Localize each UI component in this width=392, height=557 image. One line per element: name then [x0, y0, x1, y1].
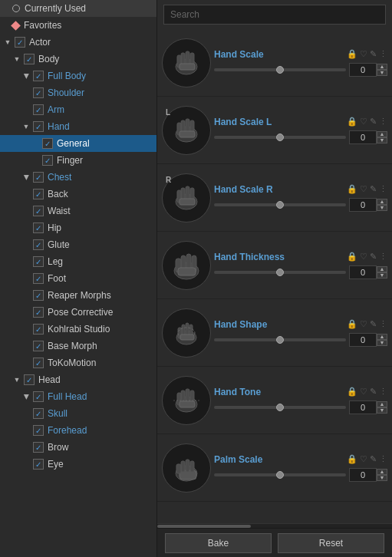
- heart-icon[interactable]: ♡: [360, 454, 367, 464]
- value-input[interactable]: [349, 198, 377, 212]
- settings-icon[interactable]: ⋮: [379, 252, 387, 262]
- spin-down-button[interactable]: ▼: [377, 205, 387, 211]
- checkbox-brow[interactable]: [33, 442, 44, 453]
- slider-handle[interactable]: [276, 404, 284, 411]
- lock-icon[interactable]: 🔒: [347, 387, 357, 397]
- settings-icon[interactable]: ⋮: [379, 184, 387, 194]
- checkbox-glute[interactable]: [33, 239, 44, 250]
- checkbox-leg[interactable]: [33, 256, 44, 267]
- edit-icon[interactable]: ✎: [370, 319, 377, 329]
- edit-icon[interactable]: ✎: [370, 387, 377, 397]
- slider-handle[interactable]: [276, 269, 284, 276]
- slider-handle[interactable]: [276, 336, 284, 344]
- checkbox-finger[interactable]: [42, 155, 53, 166]
- checkbox-eye[interactable]: [33, 459, 44, 470]
- tree-item-reaper-morphs[interactable]: Reaper Morphs: [0, 287, 156, 304]
- checkbox-hip[interactable]: [33, 222, 44, 233]
- checkbox-full-body[interactable]: [33, 71, 44, 81]
- spin-up-button[interactable]: ▲: [377, 131, 387, 137]
- checkbox-full-head[interactable]: [33, 391, 44, 402]
- tree-item-leg[interactable]: Leg: [0, 253, 156, 270]
- checkbox-base-morph[interactable]: [33, 341, 44, 351]
- tree-item-full-body[interactable]: Full Body: [0, 68, 156, 84]
- tree-item-hand[interactable]: Hand: [0, 118, 156, 135]
- checkbox-general[interactable]: [42, 138, 53, 149]
- checkbox-hand[interactable]: [33, 121, 44, 132]
- tree-item-full-head[interactable]: Full Head: [0, 388, 156, 405]
- lock-icon[interactable]: 🔒: [347, 319, 357, 329]
- checkbox-head[interactable]: [24, 374, 35, 385]
- settings-icon[interactable]: ⋮: [379, 319, 387, 329]
- heart-icon[interactable]: ♡: [360, 387, 367, 397]
- tree-item-skull[interactable]: Skull: [0, 405, 156, 422]
- edit-icon[interactable]: ✎: [370, 184, 377, 194]
- settings-icon[interactable]: ⋮: [379, 117, 387, 127]
- tree-item-currently-used[interactable]: Currently Used: [0, 0, 156, 17]
- edit-icon[interactable]: ✎: [370, 117, 377, 127]
- tree-item-kohlrabi-studio[interactable]: Kohlrabi Studio: [0, 321, 156, 338]
- checkbox-kohlrabi-studio[interactable]: [33, 324, 44, 335]
- spin-down-button[interactable]: ▼: [377, 272, 387, 278]
- tree-item-waist[interactable]: Waist: [0, 203, 156, 219]
- slider-track[interactable]: [214, 203, 346, 206]
- spin-down-button[interactable]: ▼: [377, 137, 387, 143]
- lock-icon[interactable]: 🔒: [347, 252, 357, 262]
- spin-down-button[interactable]: ▼: [377, 407, 387, 414]
- tree-item-glute[interactable]: Glute: [0, 236, 156, 253]
- slider-track[interactable]: [214, 473, 346, 476]
- settings-icon[interactable]: ⋮: [379, 454, 387, 464]
- slider-handle[interactable]: [276, 66, 284, 74]
- checkbox-skull[interactable]: [33, 408, 44, 419]
- tree-item-back[interactable]: Back: [0, 186, 156, 203]
- tree-item-chest[interactable]: Chest: [0, 169, 156, 186]
- checkbox-foot[interactable]: [33, 273, 44, 284]
- heart-icon[interactable]: ♡: [360, 49, 367, 59]
- spin-up-button[interactable]: ▲: [377, 401, 387, 407]
- tree-item-arm[interactable]: Arm: [0, 101, 156, 118]
- slider-track[interactable]: [214, 271, 346, 274]
- horizontal-scrollbar[interactable]: [157, 523, 392, 528]
- spin-up-button[interactable]: ▲: [377, 469, 387, 475]
- checkbox-chest[interactable]: [33, 172, 44, 183]
- slider-handle[interactable]: [276, 133, 284, 141]
- heart-icon[interactable]: ♡: [360, 252, 367, 262]
- lock-icon[interactable]: 🔒: [347, 184, 357, 194]
- tree-item-forehead[interactable]: Forehead: [0, 422, 156, 439]
- tree-item-pose-corrective[interactable]: Pose Corrective: [0, 304, 156, 321]
- tree-item-foot[interactable]: Foot: [0, 270, 156, 287]
- tree-item-shoulder[interactable]: Shoulder: [0, 84, 156, 101]
- tree-item-toKoMotion[interactable]: ToKoMotion: [0, 354, 156, 371]
- tree-item-finger[interactable]: Finger: [0, 152, 156, 169]
- slider-track[interactable]: [214, 68, 346, 71]
- bake-button[interactable]: Bake: [165, 533, 272, 553]
- spin-up-button[interactable]: ▲: [377, 199, 387, 205]
- tree-item-body[interactable]: Body: [0, 51, 156, 68]
- checkbox-pose-corrective[interactable]: [33, 307, 44, 318]
- reset-button[interactable]: Reset: [278, 533, 384, 553]
- checkbox-arm[interactable]: [33, 104, 44, 115]
- tree-item-brow[interactable]: Brow: [0, 439, 156, 456]
- settings-icon[interactable]: ⋮: [379, 387, 387, 397]
- spin-up-button[interactable]: ▲: [377, 334, 387, 340]
- checkbox-back[interactable]: [33, 189, 44, 199]
- value-input[interactable]: [349, 265, 377, 279]
- settings-icon[interactable]: ⋮: [379, 49, 387, 59]
- spin-up-button[interactable]: ▲: [377, 266, 387, 272]
- checkbox-forehead[interactable]: [33, 425, 44, 436]
- edit-icon[interactable]: ✎: [370, 454, 377, 464]
- tree-item-hip[interactable]: Hip: [0, 219, 156, 236]
- tree-item-head[interactable]: Head: [0, 371, 156, 388]
- spin-up-button[interactable]: ▲: [377, 64, 387, 70]
- value-input[interactable]: [349, 468, 377, 482]
- scroll-thumb[interactable]: [157, 525, 251, 528]
- tree-item-eye[interactable]: Eye: [0, 456, 156, 473]
- heart-icon[interactable]: ♡: [360, 117, 367, 127]
- tree-item-actor[interactable]: Actor: [0, 34, 156, 51]
- spin-down-button[interactable]: ▼: [377, 70, 387, 76]
- tree-item-favorites[interactable]: Favorites: [0, 17, 156, 34]
- checkbox-waist[interactable]: [33, 206, 44, 216]
- search-input[interactable]: [163, 5, 386, 25]
- lock-icon[interactable]: 🔒: [347, 49, 357, 59]
- checkbox-body[interactable]: [24, 54, 35, 64]
- lock-icon[interactable]: 🔒: [347, 454, 357, 464]
